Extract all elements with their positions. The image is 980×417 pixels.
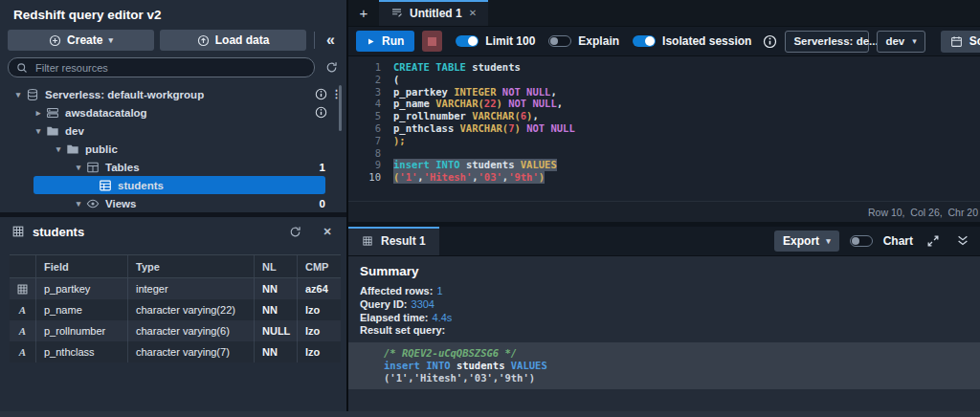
info-icon[interactable] — [315, 106, 327, 119]
isolated-session-label: Isolated session — [662, 34, 751, 48]
toggle-knob — [645, 36, 655, 46]
tree-item-awsdatacatalog[interactable]: ▸awsdatacatalog — [0, 103, 346, 121]
code-line: 7); — [348, 135, 980, 147]
result-tab-label: Result 1 — [381, 234, 426, 248]
refresh-resources-button[interactable] — [323, 60, 339, 76]
code-line: 9insert INTO students VALUES — [348, 159, 980, 171]
sql-editor[interactable]: 1CREATE TABLE students2(3p_partkey INTEG… — [348, 56, 980, 201]
tree-item-tables[interactable]: ▾Tables1 — [0, 158, 346, 176]
cell-type: character varying(22) — [127, 299, 254, 320]
chevron-down-icon[interactable]: ▾ — [53, 144, 64, 154]
close-table-details-button[interactable]: ✕ — [320, 224, 335, 239]
plus-circle-icon — [49, 34, 61, 47]
limit-100-toggle[interactable] — [456, 35, 479, 47]
code-line-text: ( — [393, 74, 399, 86]
code-line: 4p_name VARCHAR(22) NOT NULL, — [348, 98, 980, 110]
summary-field-label: Affected rows: — [360, 285, 433, 296]
workgroup-select-value: Serverless: de... — [793, 35, 878, 47]
explain-toggle[interactable] — [548, 35, 571, 47]
tree-item-label: dev — [65, 125, 84, 137]
code-line: 3p_partkey INTEGER NOT NULL, — [348, 86, 980, 99]
tree-item-serverless-default-workgroup[interactable]: ▾Serverless: default-workgroup⋮ — [0, 85, 346, 103]
upload-circle-icon — [197, 34, 210, 47]
create-button-label: Create — [67, 33, 102, 47]
editor-toolbar: Run Limit 100 Explain Isolated session S… — [348, 27, 980, 56]
cell-field: p_rollnumber — [35, 320, 127, 341]
table-header-row: FieldTypeNLCMP — [10, 254, 341, 278]
chart-toggle[interactable] — [850, 235, 873, 247]
chevron-down-icon[interactable]: ▾ — [12, 90, 24, 99]
query-line: /* RQEV2-uCqQBSZSG6 */ — [384, 347, 972, 360]
line-number: 2 — [348, 74, 393, 86]
new-tab-button[interactable]: + — [348, 0, 379, 26]
tree-item-label: public — [85, 143, 118, 155]
code-line-text: CREATE TABLE students — [393, 61, 521, 74]
tab-result-1[interactable]: Result 1 — [348, 227, 439, 255]
load-data-button-label: Load data — [215, 33, 270, 47]
database-select[interactable]: dev ▾ — [877, 31, 924, 53]
editor-tabbar: + Untitled 1 ✕ — [348, 0, 980, 27]
line-number: 6 — [348, 122, 393, 135]
tree-item-count: 0 — [320, 198, 325, 209]
tree-item-label: Tables — [105, 162, 140, 173]
row-type-icon-cell: A — [10, 320, 35, 341]
run-button[interactable]: Run — [356, 31, 414, 52]
cell-cmp: az64 — [297, 278, 341, 299]
tree-item-students[interactable]: students — [0, 176, 346, 194]
filter-resources-searchbox[interactable] — [8, 57, 315, 77]
load-data-button[interactable]: Load data — [160, 30, 306, 51]
catalog-icon — [46, 106, 59, 120]
app-title: Redshift query editor v2 — [0, 0, 346, 27]
filter-row — [0, 55, 346, 81]
code-line: 1CREATE TABLE students — [348, 61, 980, 74]
line-number: 4 — [348, 98, 393, 110]
chevron-down-icon[interactable]: ▾ — [73, 163, 84, 172]
info-icon[interactable] — [763, 34, 777, 49]
summary-fields: Affected rows:1Query ID:3304Elapsed time… — [360, 285, 980, 338]
editor-area: + Untitled 1 ✕ Run Limit 100 Explain — [348, 0, 980, 417]
row-type-icon-cell: A — [10, 341, 35, 362]
cell-type: character varying(7) — [127, 341, 254, 362]
close-tab-icon[interactable]: ✕ — [469, 8, 477, 18]
info-icon[interactable] — [315, 88, 327, 100]
chevron-down-icon[interactable]: ▾ — [33, 126, 44, 136]
cell-field: p_name — [35, 299, 127, 320]
row-type-icon-cell — [10, 278, 35, 299]
chevron-down-icon[interactable]: ▾ — [73, 199, 84, 208]
kebab-menu-icon[interactable]: ⋮ — [331, 88, 342, 100]
code-line: 5p_rollnumber VARCHAR(6), — [348, 110, 980, 122]
tree-item-views[interactable]: ▾Views0 — [0, 194, 346, 212]
cell-nl: NN — [254, 341, 297, 362]
caret-down-icon: ▾ — [912, 36, 917, 46]
summary-title: Summary — [360, 264, 980, 278]
fullscreen-results-button[interactable] — [924, 231, 943, 251]
cell-cmp: lzo — [297, 320, 341, 341]
collapse-results-button[interactable] — [953, 231, 972, 251]
workgroup-select[interactable]: Serverless: de... ▾ — [785, 31, 869, 53]
chevron-right-icon[interactable]: ▸ — [33, 108, 44, 118]
tree-item-dev[interactable]: ▾dev — [0, 121, 346, 140]
caret-down-icon: ▾ — [826, 236, 831, 246]
refresh-table-details-button[interactable] — [287, 224, 302, 239]
tree-item-public[interactable]: ▾public — [0, 140, 346, 158]
code-line-text: p_partkey INTEGER NOT NULL, — [393, 86, 557, 99]
cell-cmp: lzo — [297, 299, 341, 320]
schedule-button[interactable]: Schedule — [941, 31, 980, 53]
table-row: Ap_rollnumbercharacter varying(6)NULLlzo — [10, 320, 341, 341]
tab-untitled-1[interactable]: Untitled 1 ✕ — [379, 0, 488, 26]
summary-field-value: 1 — [436, 285, 442, 296]
results-tabbar: Result 1 Export ▾ Chart — [348, 227, 980, 256]
table-grid-icon — [11, 225, 25, 238]
text-type-icon: A — [19, 304, 26, 316]
export-button[interactable]: Export ▾ — [774, 230, 839, 252]
limit-100-label: Limit 100 — [485, 34, 535, 48]
stop-button[interactable] — [422, 31, 442, 52]
collapse-sidebar-button[interactable]: « — [323, 33, 339, 48]
play-icon — [367, 37, 375, 46]
code-line-text: ); — [393, 135, 406, 147]
isolated-session-toggle[interactable] — [633, 35, 656, 47]
results-panel: Summary Affected rows:1Query ID:3304Elap… — [348, 256, 980, 417]
create-button[interactable]: Create ▾ — [8, 30, 154, 51]
filter-resources-input[interactable] — [33, 61, 306, 75]
results-toolbar: Export ▾ Chart — [774, 227, 980, 255]
